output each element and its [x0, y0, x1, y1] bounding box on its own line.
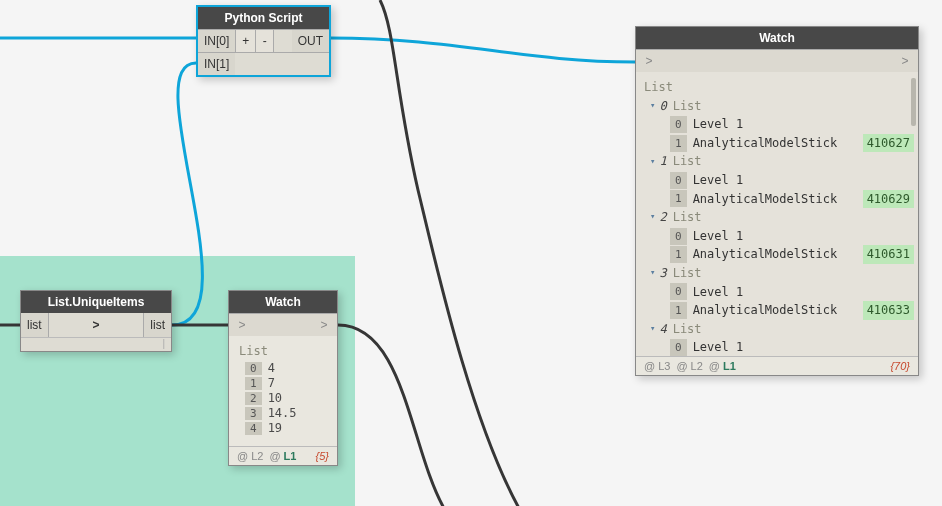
tree-row: 0Level 1 [670, 338, 914, 356]
row-value: AnalyticalModelStick [693, 190, 838, 209]
node-python-script[interactable]: Python Script IN[0] + - OUT IN[1] [196, 5, 331, 77]
node-title: Watch [636, 27, 918, 49]
index-badge: 0 [670, 339, 687, 356]
watch-levels[interactable]: @L3@L2@L1 [644, 360, 742, 372]
watch-list-header: List [239, 344, 327, 358]
index-badge: 1 [670, 302, 687, 319]
list-item: 314.5 [245, 406, 327, 420]
watch-prev-button[interactable]: > [229, 314, 255, 336]
port-out[interactable]: OUT [292, 30, 329, 52]
group-index: 3 [659, 264, 666, 283]
level-toggle[interactable]: @L1 [709, 360, 739, 372]
tree-group-header[interactable]: ▾4List [650, 320, 914, 339]
tree-row: 1AnalyticalModelStick410629 [670, 190, 914, 209]
lacing-chevron-icon[interactable]: > [49, 313, 144, 337]
list-value: 10 [268, 391, 282, 405]
row-value: AnalyticalModelStick [693, 301, 838, 320]
watch-levels[interactable]: @L2@L1 [237, 450, 302, 462]
group-index: 4 [659, 320, 666, 339]
watch-list-header: List [644, 78, 914, 97]
element-id-pill: 410633 [863, 301, 914, 320]
watch-count: {5} [316, 450, 329, 462]
list-value: 7 [268, 376, 275, 390]
tree-group-header[interactable]: ▾0List [650, 97, 914, 116]
index-badge: 1 [245, 377, 262, 390]
tree-group: ▾3List0Level 11AnalyticalModelStick41063… [650, 264, 914, 320]
list-value: 19 [268, 421, 282, 435]
row-value: Level 1 [693, 171, 744, 190]
scrollbar-thumb[interactable] [911, 78, 916, 126]
tree-row: 1AnalyticalModelStick410627 [670, 134, 914, 153]
port-in-1[interactable]: IN[1] [198, 53, 235, 75]
port-in-list[interactable]: list [21, 313, 49, 337]
port-in-0[interactable]: IN[0] [198, 30, 236, 52]
row-value: Level 1 [693, 227, 744, 246]
row-value: Level 1 [693, 115, 744, 134]
group-label: List [673, 152, 702, 171]
index-badge: 1 [670, 135, 687, 152]
index-badge: 0 [670, 283, 687, 300]
list-item: 17 [245, 376, 327, 390]
watch-count: {70} [890, 360, 910, 372]
tree-group: ▾2List0Level 11AnalyticalModelStick41063… [650, 208, 914, 264]
watch-next-button[interactable]: > [311, 314, 337, 336]
tree-row: 0Level 1 [670, 283, 914, 302]
level-toggle[interactable]: @L1 [269, 450, 299, 462]
node-footer: | [21, 337, 171, 351]
row-value: AnalyticalModelStick [693, 134, 838, 153]
list-value: 4 [268, 361, 275, 375]
node-list-unique-items[interactable]: List.UniqueItems list > list | [20, 290, 172, 352]
index-badge: 1 [670, 190, 687, 207]
collapse-icon[interactable]: ▾ [650, 266, 655, 280]
collapse-icon[interactable]: ▾ [650, 155, 655, 169]
group-label: List [673, 208, 702, 227]
element-id-pill: 410627 [863, 134, 914, 153]
tree-group-header[interactable]: ▾2List [650, 208, 914, 227]
list-value: 14.5 [268, 406, 297, 420]
collapse-icon[interactable]: ▾ [650, 210, 655, 224]
tree-group: ▾1List0Level 11AnalyticalModelStick41062… [650, 152, 914, 208]
group-index: 2 [659, 208, 666, 227]
tree-group-header[interactable]: ▾3List [650, 264, 914, 283]
row-value: AnalyticalModelStick [693, 245, 838, 264]
level-toggle[interactable]: @L2 [237, 450, 266, 462]
index-badge: 1 [670, 246, 687, 263]
node-watch-small[interactable]: Watch > > List 0417210314.5419 @L2@L1 {5… [228, 290, 338, 466]
list-item: 210 [245, 391, 327, 405]
level-toggle[interactable]: @L2 [676, 360, 705, 372]
tree-group: ▾4List0Level 11AnalyticalModelStick41063… [650, 320, 914, 356]
watch-next-button[interactable]: > [892, 50, 918, 72]
collapse-icon[interactable]: ▾ [650, 99, 655, 113]
tree-group: ▾0List0Level 11AnalyticalModelStick41062… [650, 97, 914, 153]
level-toggle[interactable]: @L3 [644, 360, 673, 372]
group-index: 1 [659, 152, 666, 171]
index-badge: 2 [245, 392, 262, 405]
add-input-button[interactable]: + [236, 30, 256, 52]
tree-row: 1AnalyticalModelStick410631 [670, 245, 914, 264]
collapse-icon[interactable]: ▾ [650, 322, 655, 336]
tree-row: 0Level 1 [670, 171, 914, 190]
remove-input-button[interactable]: - [256, 30, 274, 52]
watch-prev-button[interactable]: > [636, 50, 662, 72]
row-value: Level 1 [693, 338, 744, 356]
node-title: Watch [229, 291, 337, 313]
node-watch-big[interactable]: Watch > > List ▾0List0Level 11Analytical… [635, 26, 919, 376]
index-badge: 0 [670, 116, 687, 133]
list-item: 419 [245, 421, 327, 435]
tree-row: 0Level 1 [670, 115, 914, 134]
element-id-pill: 410631 [863, 245, 914, 264]
group-index: 0 [659, 97, 666, 116]
group-label: List [673, 320, 702, 339]
tree-group-header[interactable]: ▾1List [650, 152, 914, 171]
index-badge: 3 [245, 407, 262, 420]
group-label: List [673, 264, 702, 283]
index-badge: 4 [245, 422, 262, 435]
group-label: List [673, 97, 702, 116]
element-id-pill: 410629 [863, 190, 914, 209]
node-title: List.UniqueItems [21, 291, 171, 313]
index-badge: 0 [245, 362, 262, 375]
port-out-list[interactable]: list [143, 313, 171, 337]
row-value: Level 1 [693, 283, 744, 302]
index-badge: 0 [670, 228, 687, 245]
tree-row: 0Level 1 [670, 227, 914, 246]
